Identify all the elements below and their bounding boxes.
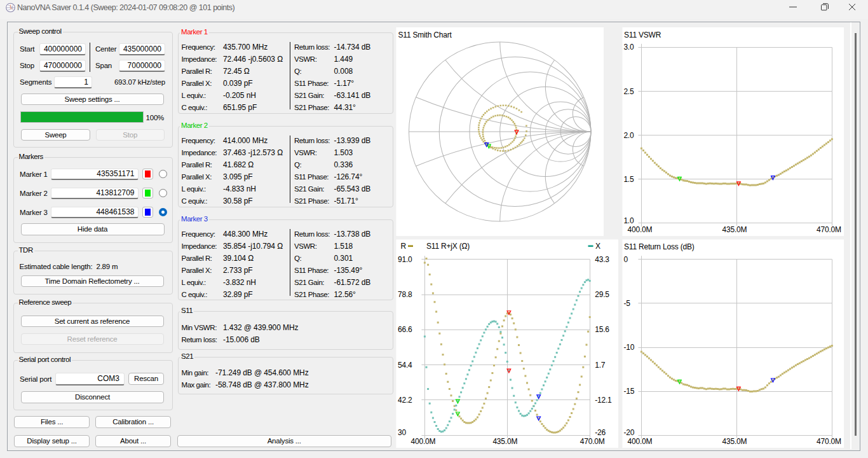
svg-text:15.6: 15.6 <box>595 325 609 334</box>
svg-text:X: X <box>595 242 600 251</box>
svg-text:2.5: 2.5 <box>623 87 634 96</box>
svg-text:91.0: 91.0 <box>398 255 412 264</box>
svg-text:S11 Smith Chart: S11 Smith Chart <box>398 31 452 39</box>
svg-text:1.5: 1.5 <box>623 175 634 184</box>
svg-text:-15: -15 <box>623 387 634 396</box>
svg-text:42.2: 42.2 <box>398 396 412 405</box>
svg-text:3.0: 3.0 <box>623 43 634 52</box>
svg-text:1.7: 1.7 <box>595 361 606 370</box>
svg-text:470.0M: 470.0M <box>580 437 605 446</box>
svg-text:66.6: 66.6 <box>398 325 412 334</box>
svg-text:435.0M: 435.0M <box>722 437 747 446</box>
svg-text:0: 0 <box>623 255 628 264</box>
svg-text:S11 VSWR: S11 VSWR <box>624 31 661 39</box>
svg-text:470.0M: 470.0M <box>817 437 841 446</box>
svg-text:1.0: 1.0 <box>623 216 634 225</box>
svg-text:78.8: 78.8 <box>398 290 412 299</box>
svg-text:-12.1: -12.1 <box>595 396 612 405</box>
svg-text:2.0: 2.0 <box>623 131 634 140</box>
svg-text:-10: -10 <box>623 343 634 352</box>
svg-text:S11 Return Loss (dB): S11 Return Loss (dB) <box>624 242 695 251</box>
svg-text:435.0M: 435.0M <box>492 437 517 446</box>
svg-text:-5: -5 <box>623 299 630 308</box>
svg-text:470.0M: 470.0M <box>817 225 841 234</box>
svg-text:400.0M: 400.0M <box>410 437 435 446</box>
svg-text:54.4: 54.4 <box>398 361 412 370</box>
svg-text:435.0M: 435.0M <box>722 225 747 234</box>
svg-text:30: 30 <box>398 428 406 437</box>
svg-text:29.5: 29.5 <box>595 290 609 299</box>
svg-text:S11 R+jX (Ω): S11 R+jX (Ω) <box>426 242 470 251</box>
svg-text:43.3: 43.3 <box>595 255 609 264</box>
svg-text:-20: -20 <box>623 428 634 437</box>
svg-text:400.0M: 400.0M <box>627 437 652 446</box>
svg-text:R: R <box>401 242 407 251</box>
svg-text:400.0M: 400.0M <box>627 225 652 234</box>
svg-text:-26: -26 <box>595 428 606 437</box>
